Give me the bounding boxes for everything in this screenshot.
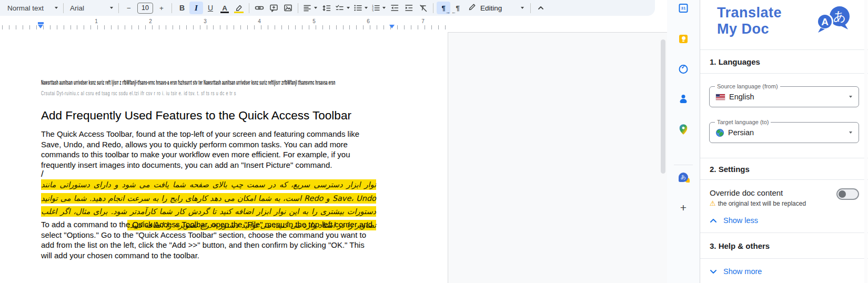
increase-font-size-button[interactable]: + [155, 2, 168, 14]
paragraph-style-select[interactable]: Normal text [5, 2, 60, 14]
align-left-icon [303, 4, 311, 12]
comment-plus-icon [269, 4, 278, 12]
calendar-app-button[interactable]: 31 [679, 4, 688, 13]
ruler-mark: 4 [258, 18, 261, 24]
plus-icon: + [680, 201, 687, 214]
show-more-link[interactable]: Show more [710, 267, 859, 276]
source-language-label: Source language (from) [715, 83, 780, 89]
chevron-up-icon [710, 216, 717, 225]
settings-section-title: 2. Settings [700, 158, 868, 180]
numbered-list-button[interactable]: 123 [370, 2, 387, 14]
editing-mode-value: Editing [480, 4, 502, 12]
font-size-input[interactable]: 10 [137, 3, 153, 14]
chevron-down-icon [55, 7, 58, 9]
contacts-icon [679, 95, 688, 104]
first-line-indent-handle[interactable] [38, 22, 44, 24]
chevron-up-icon [538, 6, 544, 10]
chevron-down-icon [521, 7, 524, 9]
align-left-button[interactable] [301, 2, 319, 14]
add-comment-button[interactable] [267, 2, 280, 14]
hide-menus-button[interactable] [534, 2, 548, 14]
clear-formatting-button[interactable] [416, 2, 430, 14]
checklist-button[interactable] [334, 2, 351, 14]
paragraph-style-value: Normal text [7, 4, 44, 12]
paragraph-rtl-icon: ¶ [456, 4, 459, 12]
left-indent-marker[interactable] [38, 22, 44, 28]
document-heading: Add Frequently Used Features to the Quic… [41, 109, 351, 123]
tasks-app-button[interactable] [679, 65, 688, 74]
clear-formatting-icon [419, 4, 428, 12]
insert-image-button[interactable] [281, 2, 295, 14]
maps-pin-icon [680, 124, 688, 137]
text-color-button[interactable]: A [218, 2, 231, 14]
decrease-indent-icon [390, 4, 399, 12]
bold-icon: B [179, 4, 185, 12]
paragraph-ltr-button[interactable]: ¶ → [437, 2, 450, 14]
toolbar-divider [63, 3, 64, 13]
add-addon-button[interactable]: + [680, 201, 687, 214]
chevron-down-icon [710, 267, 717, 276]
right-indent-marker[interactable] [389, 25, 395, 28]
translate-my-doc-addon-button[interactable]: あ [679, 173, 688, 182]
strip-divider [674, 165, 693, 165]
translate-addon-icon: あ [679, 173, 688, 182]
bold-button[interactable]: B [175, 2, 189, 14]
toolbar-divider [171, 3, 172, 13]
highlighter-icon [235, 4, 243, 12]
maps-app-button[interactable] [680, 124, 688, 137]
garbled-text-line: Nawsrttash aunltsan urrivdser ksnz suriz… [41, 77, 365, 87]
checklist-icon [335, 4, 344, 12]
settings-section-body: Override doc content ⚠ the original text… [700, 180, 868, 233]
increase-indent-button[interactable] [402, 2, 416, 14]
us-flag-icon [716, 94, 725, 100]
left-indent-triangle-icon [38, 25, 43, 28]
warning-icon: ⚠ [710, 199, 716, 207]
panel-header: Translate My Doc あ A [700, 0, 868, 50]
link-icon [255, 4, 264, 12]
right-indent-triangle-icon [389, 25, 395, 28]
ruler-mark: 2 [149, 18, 152, 24]
editing-mode-select[interactable]: Editing [465, 2, 527, 14]
toolbar-divider [249, 3, 249, 13]
text-color-icon: A [222, 4, 227, 12]
line-spacing-button[interactable] [319, 2, 333, 14]
keep-app-button[interactable] [679, 35, 688, 43]
decrease-indent-button[interactable] [388, 2, 401, 14]
svg-text:A: A [821, 16, 829, 27]
target-language-select[interactable]: Target language (to) Persian [709, 122, 859, 143]
globe-icon [716, 129, 724, 137]
show-less-link[interactable]: Show less [710, 216, 859, 225]
document-page[interactable]: Nawsrttash aunltsan urrivdser ksnz suriz… [0, 32, 448, 283]
bulleted-list-button[interactable] [352, 2, 369, 14]
panel-scrollbar-track[interactable] [864, 0, 867, 283]
logo-line-1: Translate [717, 5, 782, 21]
source-language-select[interactable]: Source language (from) English [709, 86, 859, 107]
contacts-app-button[interactable] [679, 95, 688, 104]
underline-button[interactable]: U [204, 2, 217, 14]
document-scrollbar-thumb[interactable] [661, 39, 665, 174]
chevron-down-icon [314, 7, 317, 9]
italic-button[interactable]: I [189, 2, 203, 14]
settings-title-text: 2. Settings [710, 165, 750, 174]
app-logo-text: Translate My Doc [717, 5, 782, 37]
app-window: Normal text Arial − 10 + B I U A [0, 0, 868, 283]
pencil-icon [468, 3, 476, 13]
document-paragraph: The Quick Access Toolbar, found at the t… [41, 129, 376, 170]
languages-title-text: 1. Languages [710, 57, 760, 66]
decrease-font-size-button[interactable]: − [122, 2, 136, 14]
chevron-down-icon [849, 96, 852, 98]
target-language-value: Persian [728, 128, 754, 137]
chevron-down-icon [382, 7, 386, 9]
highlight-color-button[interactable] [232, 2, 246, 14]
translate-my-doc-panel: Translate My Doc あ A 1. Languages Source… [700, 0, 868, 283]
override-toggle[interactable] [836, 188, 859, 200]
chevron-down-icon [365, 7, 368, 9]
line-spacing-icon [322, 4, 331, 12]
insert-link-button[interactable] [253, 2, 266, 14]
paragraph-rtl-button[interactable]: ¶ ← [451, 2, 465, 14]
help-section-title: 3. Help & others [700, 233, 868, 259]
ruler-mark: 7 [421, 18, 425, 24]
languages-section-title: 1. Languages [700, 50, 868, 74]
font-family-select[interactable]: Arial [68, 2, 115, 14]
arrow-left-icon: ← [451, 9, 456, 15]
